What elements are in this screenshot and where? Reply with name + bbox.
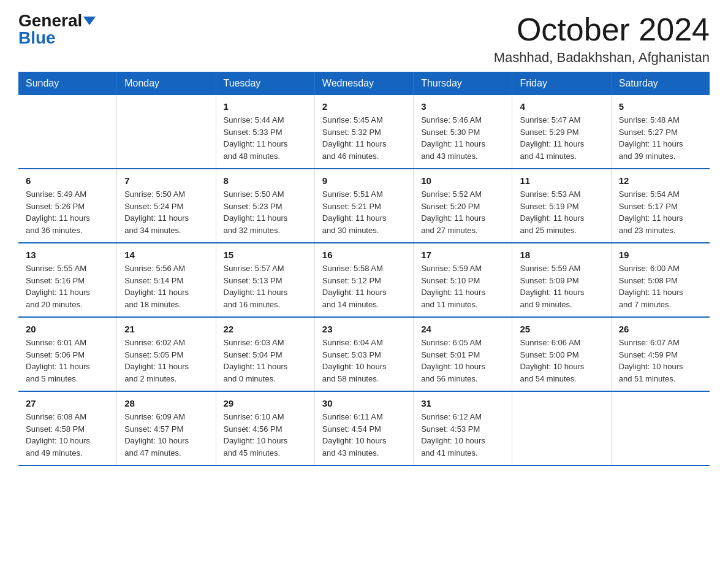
day-number: 31	[421, 398, 504, 408]
header-cell-sunday: Sunday	[18, 72, 117, 95]
day-info: Sunrise: 6:12 AM Sunset: 4:53 PM Dayligh…	[421, 411, 504, 459]
week-row-4: 20Sunrise: 6:01 AM Sunset: 5:06 PM Dayli…	[18, 317, 710, 391]
day-info: Sunrise: 5:45 AM Sunset: 5:32 PM Dayligh…	[322, 114, 406, 162]
header-cell-tuesday: Tuesday	[216, 72, 314, 95]
day-number: 19	[619, 250, 702, 260]
day-info: Sunrise: 5:52 AM Sunset: 5:20 PM Dayligh…	[421, 188, 504, 236]
day-info: Sunrise: 5:49 AM Sunset: 5:26 PM Dayligh…	[26, 188, 109, 236]
day-number: 6	[26, 175, 109, 186]
week-row-2: 6Sunrise: 5:49 AM Sunset: 5:26 PM Daylig…	[18, 169, 710, 243]
day-info: Sunrise: 6:04 AM Sunset: 5:03 PM Dayligh…	[322, 337, 406, 385]
day-info: Sunrise: 6:03 AM Sunset: 5:04 PM Dayligh…	[224, 337, 307, 385]
calendar-cell: 18Sunrise: 5:59 AM Sunset: 5:09 PM Dayli…	[512, 243, 611, 317]
calendar-cell: 26Sunrise: 6:07 AM Sunset: 4:59 PM Dayli…	[611, 317, 710, 391]
day-info: Sunrise: 5:59 AM Sunset: 5:09 PM Dayligh…	[520, 262, 603, 310]
calendar-cell: 27Sunrise: 6:08 AM Sunset: 4:58 PM Dayli…	[18, 391, 117, 465]
calendar-cell: 22Sunrise: 6:03 AM Sunset: 5:04 PM Dayli…	[216, 317, 314, 391]
day-info: Sunrise: 6:07 AM Sunset: 4:59 PM Dayligh…	[619, 337, 702, 385]
calendar-cell: 10Sunrise: 5:52 AM Sunset: 5:20 PM Dayli…	[414, 169, 512, 243]
calendar-cell: 31Sunrise: 6:12 AM Sunset: 4:53 PM Dayli…	[414, 391, 512, 465]
calendar-cell: 2Sunrise: 5:45 AM Sunset: 5:32 PM Daylig…	[314, 95, 413, 169]
day-info: Sunrise: 6:10 AM Sunset: 4:56 PM Dayligh…	[224, 411, 307, 459]
day-info: Sunrise: 6:05 AM Sunset: 5:01 PM Dayligh…	[421, 337, 504, 385]
day-info: Sunrise: 6:01 AM Sunset: 5:06 PM Dayligh…	[26, 337, 109, 385]
header-cell-wednesday: Wednesday	[314, 72, 413, 95]
calendar-cell: 17Sunrise: 5:59 AM Sunset: 5:10 PM Dayli…	[414, 243, 512, 317]
day-number: 7	[124, 175, 208, 186]
day-info: Sunrise: 5:58 AM Sunset: 5:12 PM Dayligh…	[322, 262, 406, 310]
calendar-cell: 1Sunrise: 5:44 AM Sunset: 5:33 PM Daylig…	[216, 95, 314, 169]
logo: General Blue	[18, 12, 96, 47]
day-info: Sunrise: 5:57 AM Sunset: 5:13 PM Dayligh…	[224, 262, 307, 310]
header: General Blue October 2024 Mashhad, Badak…	[18, 12, 710, 66]
day-number: 24	[421, 324, 504, 334]
day-info: Sunrise: 6:00 AM Sunset: 5:08 PM Dayligh…	[619, 262, 702, 310]
day-info: Sunrise: 6:06 AM Sunset: 5:00 PM Dayligh…	[520, 337, 603, 385]
day-number: 20	[26, 324, 109, 334]
day-info: Sunrise: 5:50 AM Sunset: 5:23 PM Dayligh…	[224, 188, 307, 236]
day-number: 4	[520, 101, 603, 112]
calendar-cell: 14Sunrise: 5:56 AM Sunset: 5:14 PM Dayli…	[117, 243, 216, 317]
calendar-cell: 21Sunrise: 6:02 AM Sunset: 5:05 PM Dayli…	[117, 317, 216, 391]
day-number: 16	[322, 250, 406, 260]
day-info: Sunrise: 6:08 AM Sunset: 4:58 PM Dayligh…	[26, 411, 109, 459]
logo-blue-text: Blue	[18, 28, 56, 47]
day-info: Sunrise: 5:56 AM Sunset: 5:14 PM Dayligh…	[124, 262, 208, 310]
week-row-3: 13Sunrise: 5:55 AM Sunset: 5:16 PM Dayli…	[18, 243, 710, 317]
calendar-cell: 9Sunrise: 5:51 AM Sunset: 5:21 PM Daylig…	[314, 169, 413, 243]
day-number: 26	[619, 324, 702, 334]
day-number: 27	[26, 398, 109, 408]
day-number: 14	[124, 250, 208, 260]
calendar-cell	[18, 95, 117, 169]
day-number: 2	[322, 101, 406, 112]
calendar-cell: 20Sunrise: 6:01 AM Sunset: 5:06 PM Dayli…	[18, 317, 117, 391]
day-info: Sunrise: 6:02 AM Sunset: 5:05 PM Dayligh…	[124, 337, 208, 385]
header-cell-saturday: Saturday	[611, 72, 710, 95]
calendar-header: SundayMondayTuesdayWednesdayThursdayFrid…	[18, 72, 710, 95]
day-number: 3	[421, 101, 504, 112]
calendar-cell: 11Sunrise: 5:53 AM Sunset: 5:19 PM Dayli…	[512, 169, 611, 243]
calendar-cell: 16Sunrise: 5:58 AM Sunset: 5:12 PM Dayli…	[314, 243, 413, 317]
day-info: Sunrise: 6:09 AM Sunset: 4:57 PM Dayligh…	[124, 411, 208, 459]
day-info: Sunrise: 5:54 AM Sunset: 5:17 PM Dayligh…	[619, 188, 702, 236]
day-number: 12	[619, 175, 702, 186]
calendar-cell: 6Sunrise: 5:49 AM Sunset: 5:26 PM Daylig…	[18, 169, 117, 243]
header-cell-thursday: Thursday	[414, 72, 512, 95]
week-row-5: 27Sunrise: 6:08 AM Sunset: 4:58 PM Dayli…	[18, 391, 710, 465]
day-info: Sunrise: 5:44 AM Sunset: 5:33 PM Dayligh…	[224, 114, 307, 162]
header-cell-monday: Monday	[117, 72, 216, 95]
calendar-cell: 7Sunrise: 5:50 AM Sunset: 5:24 PM Daylig…	[117, 169, 216, 243]
week-row-1: 1Sunrise: 5:44 AM Sunset: 5:33 PM Daylig…	[18, 95, 710, 169]
day-info: Sunrise: 5:51 AM Sunset: 5:21 PM Dayligh…	[322, 188, 406, 236]
day-number: 9	[322, 175, 406, 186]
location-title: Mashhad, Badakhshan, Afghanistan	[494, 50, 710, 66]
calendar-cell: 30Sunrise: 6:11 AM Sunset: 4:54 PM Dayli…	[314, 391, 413, 465]
day-number: 13	[26, 250, 109, 260]
calendar-body: 1Sunrise: 5:44 AM Sunset: 5:33 PM Daylig…	[18, 95, 710, 465]
calendar-cell	[611, 391, 710, 465]
day-number: 30	[322, 398, 406, 408]
day-number: 18	[520, 250, 603, 260]
day-number: 11	[520, 175, 603, 186]
logo-triangle-icon	[83, 17, 96, 25]
day-number: 22	[224, 324, 307, 334]
calendar-cell: 23Sunrise: 6:04 AM Sunset: 5:03 PM Dayli…	[314, 317, 413, 391]
calendar-cell: 3Sunrise: 5:46 AM Sunset: 5:30 PM Daylig…	[414, 95, 512, 169]
calendar-cell: 25Sunrise: 6:06 AM Sunset: 5:00 PM Dayli…	[512, 317, 611, 391]
calendar-cell: 28Sunrise: 6:09 AM Sunset: 4:57 PM Dayli…	[117, 391, 216, 465]
header-cell-friday: Friday	[512, 72, 611, 95]
title-area: October 2024 Mashhad, Badakhshan, Afghan…	[494, 12, 710, 66]
day-number: 5	[619, 101, 702, 112]
day-number: 23	[322, 324, 406, 334]
day-info: Sunrise: 5:47 AM Sunset: 5:29 PM Dayligh…	[520, 114, 603, 162]
day-info: Sunrise: 6:11 AM Sunset: 4:54 PM Dayligh…	[322, 411, 406, 459]
day-number: 10	[421, 175, 504, 186]
day-number: 8	[224, 175, 307, 186]
calendar-cell: 15Sunrise: 5:57 AM Sunset: 5:13 PM Dayli…	[216, 243, 314, 317]
calendar-table: SundayMondayTuesdayWednesdayThursdayFrid…	[18, 72, 710, 466]
calendar-cell: 5Sunrise: 5:48 AM Sunset: 5:27 PM Daylig…	[611, 95, 710, 169]
month-title: October 2024	[494, 12, 710, 47]
calendar-cell: 29Sunrise: 6:10 AM Sunset: 4:56 PM Dayli…	[216, 391, 314, 465]
day-number: 1	[224, 101, 307, 112]
calendar-cell: 4Sunrise: 5:47 AM Sunset: 5:29 PM Daylig…	[512, 95, 611, 169]
